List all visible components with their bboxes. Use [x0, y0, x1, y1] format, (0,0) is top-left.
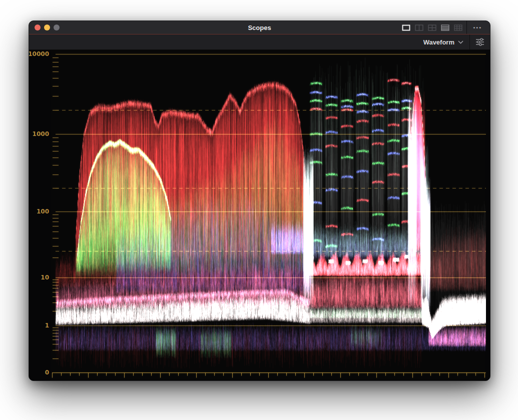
waveform-scope-canvas [51, 50, 486, 381]
chevron-down-icon [458, 40, 463, 44]
titlebar-actions: ••• [399, 21, 490, 34]
scope-toolbar: Waveform [29, 34, 490, 50]
zoom-button[interactable] [54, 24, 60, 30]
y-axis-label: 0 [45, 369, 49, 376]
scope-mode-dropdown[interactable]: Waveform [417, 34, 469, 50]
title-bar[interactable]: Scopes [29, 21, 490, 34]
traffic-lights [29, 24, 60, 30]
two-pane-view-button[interactable] [412, 21, 425, 34]
titlebar-separator [466, 21, 467, 34]
waveform-scope-panel: 1000010001001010 [29, 50, 490, 381]
y-axis-label: 1000 [33, 130, 49, 138]
y-axis-label: 1 [45, 322, 49, 329]
minimize-button[interactable] [44, 24, 50, 30]
rows-view-icon [441, 24, 449, 31]
sliders-icon [475, 38, 485, 46]
scopes-window: Scopes [29, 20, 490, 381]
y-axis-label: 100 [37, 208, 49, 215]
single-view-icon [402, 24, 410, 31]
close-button[interactable] [35, 24, 41, 30]
y-axis-label: 10 [41, 274, 49, 281]
nine-pane-view-button[interactable] [451, 21, 464, 34]
four-pane-view-icon [428, 24, 436, 31]
nine-pane-view-icon [454, 24, 462, 31]
more-options-button[interactable]: ••• [469, 21, 486, 34]
scope-mode-label: Waveform [423, 38, 454, 46]
single-view-button[interactable] [399, 21, 412, 34]
rows-view-button[interactable] [438, 21, 451, 34]
y-axis-label: 10000 [29, 50, 49, 58]
two-pane-view-icon [415, 24, 423, 31]
four-pane-view-button[interactable] [425, 21, 438, 34]
y-axis-labels: 1000010001001010 [29, 50, 51, 381]
scope-settings-button[interactable] [470, 34, 490, 50]
